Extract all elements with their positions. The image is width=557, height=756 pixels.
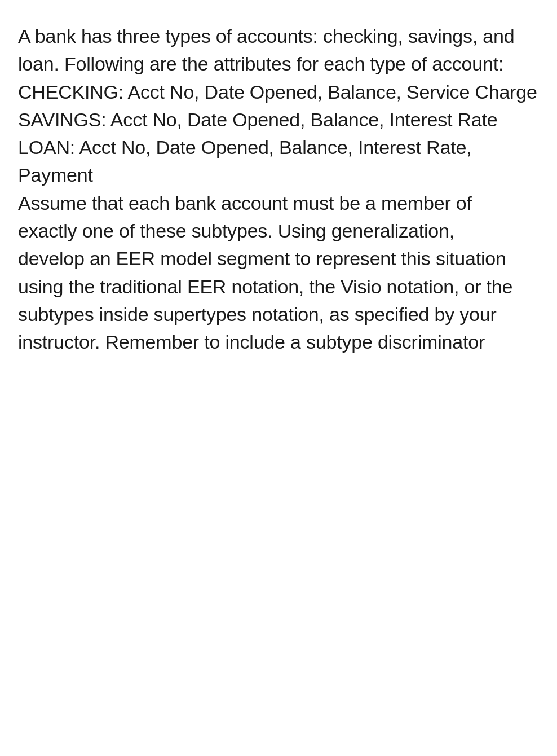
main-text-body: A bank has three types of accounts: chec… (18, 23, 539, 357)
page-container: A bank has three types of accounts: chec… (0, 0, 557, 379)
